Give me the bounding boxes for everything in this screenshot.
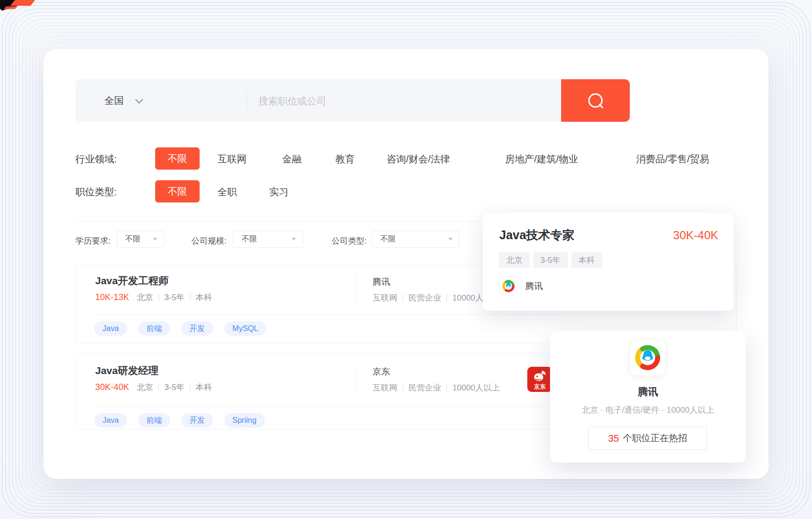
- caret-down-icon: [448, 238, 453, 241]
- search-input-area: 全国: [75, 79, 561, 122]
- job-title: Java开发工程师: [95, 274, 169, 288]
- skill-tag: MySQL: [224, 321, 266, 336]
- job-preview-popup[interactable]: Java技术专家 30K-40K 北京 3-5年 本科 腾讯: [483, 213, 734, 311]
- popup-tag-education: 本科: [571, 252, 602, 268]
- column-divider: [356, 366, 357, 392]
- company-type: 民营企业: [408, 382, 441, 393]
- popup-company-row: 腾讯: [499, 276, 543, 296]
- company-name: 京东: [373, 366, 390, 377]
- skill-tag: 开发: [181, 321, 213, 336]
- jd-company-logo: 京东: [527, 367, 552, 392]
- industry-option-consulting[interactable]: 咨询/财会/法律: [387, 153, 450, 166]
- corner-accent-orange: [10, 0, 35, 6]
- meta-separator: [190, 294, 190, 301]
- popup-company-title: 腾讯: [550, 385, 746, 399]
- jobtype-option-fulltime[interactable]: 全职: [218, 186, 237, 199]
- popup-company-name: 腾讯: [525, 280, 543, 292]
- popup-job-title: Java技术专家: [499, 227, 575, 243]
- skill-tag: 前端: [138, 321, 170, 336]
- card-dotted-divider: [94, 315, 719, 315]
- industry-option-consumer[interactable]: 消费品/零售/贸易: [636, 153, 709, 166]
- hot-jobs-count: 35: [608, 433, 619, 444]
- popup-company-meta: 北京 · 电子/通信/硬件 · 10000人以上: [550, 404, 746, 416]
- page: 全国 行业领域: 不限 互联网 金融 教育 咨询/财会/法律 房地产/建筑/物业…: [0, 0, 812, 519]
- qq-company-logo: [499, 276, 518, 296]
- skill-tag: Java: [94, 413, 127, 428]
- jobtype-filter-selected[interactable]: 不限: [155, 180, 200, 202]
- qq-company-logo-large: [629, 339, 666, 376]
- job-city: 北京: [137, 292, 153, 303]
- job-salary: 10K-13K: [95, 292, 129, 303]
- hot-jobs-label: 个职位正在热招: [623, 432, 687, 445]
- city-select-value: 全国: [104, 94, 124, 107]
- company-industry: 互联网: [373, 382, 397, 393]
- job-title: Java研发经理: [95, 364, 159, 377]
- company-preview-popup: 腾讯 北京 · 电子/通信/硬件 · 10000人以上 35 个职位正在热招: [550, 331, 746, 462]
- search-icon: [588, 93, 603, 108]
- company-info: 互联网 民营企业 10000人以上: [373, 382, 500, 393]
- job-meta: 北京 3-5年 本科: [137, 292, 212, 303]
- jd-logo-text: 京东: [534, 383, 546, 390]
- job-meta: 北京 3-5年 本科: [137, 382, 212, 393]
- hot-jobs-button[interactable]: 35 个职位正在热招: [588, 427, 707, 450]
- job-salary: 30K-40K: [95, 382, 129, 392]
- meta-separator: [190, 384, 190, 391]
- job-tags: Java 前端 开发 MySQL: [94, 321, 266, 336]
- skill-tag: Spriing: [224, 413, 265, 428]
- skill-tag: 开发: [181, 413, 213, 428]
- meta-separator: [403, 294, 403, 302]
- industry-option-internet[interactable]: 互联网: [218, 153, 246, 166]
- jobtype-filter-label: 职位类型:: [75, 186, 117, 199]
- search-divider: [246, 91, 247, 110]
- industry-option-education[interactable]: 教育: [335, 153, 355, 166]
- job-salary-row: 10K-13K 北京 3-5年 本科: [95, 292, 212, 303]
- job-education: 本科: [196, 292, 212, 303]
- company-type: 民营企业: [408, 292, 441, 303]
- industry-option-realestate[interactable]: 房地产/建筑/物业: [505, 153, 578, 166]
- company-type-select-value: 不限: [380, 234, 396, 245]
- caret-down-icon: [153, 238, 158, 241]
- meta-separator: [159, 384, 159, 391]
- company-name: 腾讯: [373, 276, 390, 288]
- meta-separator: [447, 384, 447, 391]
- job-city: 北京: [137, 382, 153, 393]
- chevron-down-icon: [135, 95, 144, 103]
- skill-tag: Java: [94, 321, 127, 336]
- job-salary-row: 30K-40K 北京 3-5年 本科: [95, 382, 212, 393]
- popup-tag-experience: 3-5年: [533, 252, 568, 268]
- company-size-filter-label: 公司规模:: [191, 235, 227, 246]
- company-type-filter-label: 公司类型:: [332, 235, 367, 246]
- industry-filter-label: 行业领域:: [75, 153, 117, 166]
- job-experience: 3-5年: [164, 292, 185, 303]
- meta-separator: [403, 384, 403, 391]
- popup-job-tags: 北京 3-5年 本科: [499, 252, 602, 268]
- company-industry: 互联网: [373, 292, 397, 303]
- corner-accent-orange-small: [4, 6, 18, 9]
- education-select[interactable]: 不限: [116, 231, 164, 248]
- education-select-value: 不限: [125, 234, 141, 245]
- company-size-select[interactable]: 不限: [233, 231, 303, 248]
- jobtype-option-intern[interactable]: 实习: [269, 186, 289, 199]
- search-input[interactable]: [258, 79, 550, 123]
- meta-separator: [159, 294, 159, 301]
- popup-job-salary: 30K-40K: [673, 229, 718, 242]
- popup-tag-city: 北京: [499, 252, 530, 268]
- company-size: 10000人以上: [452, 382, 500, 393]
- city-select[interactable]: 全国: [104, 94, 142, 107]
- company-size-select-value: 不限: [242, 234, 257, 245]
- company-type-select[interactable]: 不限: [372, 231, 460, 248]
- search-button[interactable]: [561, 79, 630, 122]
- job-tags: Java 前端 开发 Spriing: [94, 413, 265, 428]
- education-filter-label: 学历要求:: [75, 235, 111, 246]
- column-divider: [356, 276, 357, 302]
- industry-option-finance[interactable]: 金融: [282, 153, 302, 166]
- company-info: 互联网 民营企业 10000人以上: [373, 292, 500, 303]
- job-education: 本科: [196, 382, 212, 393]
- job-experience: 3-5年: [164, 382, 185, 393]
- caret-down-icon: [291, 238, 296, 241]
- skill-tag: 前端: [138, 413, 170, 428]
- meta-separator: [447, 294, 447, 302]
- search-bar: 全国: [75, 79, 630, 122]
- industry-filter-selected[interactable]: 不限: [155, 147, 200, 170]
